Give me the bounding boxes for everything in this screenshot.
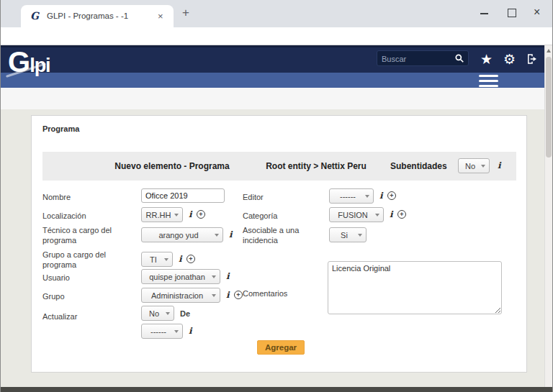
scrollbar-up-arrow[interactable]	[547, 49, 551, 53]
dropdown-caret-icon	[365, 195, 369, 198]
scrollbar-thumb[interactable]	[546, 57, 552, 158]
saved-searches-star-icon[interactable]: ★	[480, 51, 493, 68]
actualizar-info-icon[interactable]: i	[189, 326, 192, 336]
grupo-add-icon[interactable]: +	[234, 291, 243, 299]
logo-rest: lpi	[30, 55, 50, 76]
asociable-value: Si	[341, 231, 348, 240]
page-content: Programa Nuevo elemento - Programa Root …	[1, 109, 544, 387]
glpi-logo[interactable]: Glpi	[8, 46, 50, 78]
editor-dropdown[interactable]: ------	[329, 188, 374, 204]
tecnico-dropdown[interactable]: arango yud	[141, 227, 223, 242]
editor-info-icon[interactable]: i	[379, 191, 383, 201]
entity-path[interactable]: Root entity > Nettix Peru	[258, 161, 374, 171]
dropdown-caret-icon	[174, 330, 179, 333]
usuario-dropdown[interactable]: quispe jonathan	[141, 269, 220, 284]
actualizar-dropdown[interactable]: No	[141, 306, 174, 321]
asociable-label: Asociable a una incidencia	[243, 225, 311, 246]
subentities-dropdown[interactable]: No	[458, 158, 490, 173]
actualizar-de-label: De	[180, 309, 190, 319]
glpi-favicon-icon: G	[30, 10, 39, 22]
grupo-value: Administracion	[151, 291, 203, 300]
editor-label: Editor	[243, 192, 264, 202]
browser-window: G GLPI - Programas - -1 × + × ← → ↻ i lo…	[0, 0, 553, 392]
browser-tab[interactable]: G GLPI - Programas - -1 ×	[21, 5, 174, 27]
grupo-label: Grupo	[42, 291, 65, 301]
dropdown-caret-icon	[212, 275, 216, 278]
search-icon[interactable]	[454, 53, 464, 63]
browser-toolbar: ← → ↻ i localhost/glpi/front/software.fo…	[1, 27, 552, 45]
tab-strip: G GLPI - Programas - -1 × + ×	[1, 0, 552, 27]
tab-close-icon[interactable]: ×	[158, 11, 163, 22]
dropdown-caret-icon	[481, 165, 485, 168]
logo-g: G	[8, 46, 30, 78]
editor-value: ------	[340, 192, 356, 201]
logout-icon[interactable]	[526, 53, 539, 65]
usuario-value: quispe jonathan	[149, 273, 205, 281]
tecnico-label: Técnico a cargo del programa	[42, 225, 116, 246]
tecnico-info-icon[interactable]: i	[229, 229, 233, 240]
categoria-info-icon[interactable]: i	[390, 209, 393, 219]
tecnico-value: arango yud	[158, 231, 198, 240]
usuario-info-icon[interactable]: i	[226, 271, 230, 281]
dropdown-caret-icon	[166, 312, 170, 315]
global-search-input[interactable]	[380, 52, 452, 66]
categoria-label: Categoría	[243, 211, 277, 221]
actualizar-version-dropdown[interactable]: ------	[141, 324, 183, 339]
window-maximize-button[interactable]	[508, 9, 516, 17]
asociable-dropdown[interactable]: Si	[329, 227, 367, 242]
nombre-input[interactable]	[141, 188, 225, 203]
hamburger-menu-icon[interactable]	[479, 75, 498, 87]
editor-add-icon[interactable]: +	[387, 191, 396, 200]
tab-title: GLPI - Programas - -1	[47, 12, 155, 20]
grupo-cargo-info-icon[interactable]: i	[179, 254, 182, 264]
localizacion-label: Localización	[42, 211, 86, 221]
localizacion-value: RR.HH	[146, 211, 171, 219]
usuario-label: Usuario	[42, 273, 70, 283]
global-search-box[interactable]	[377, 50, 469, 66]
window-close-button[interactable]: ×	[534, 6, 540, 19]
settings-gear-icon[interactable]: ⚙	[503, 51, 516, 68]
localizacion-info-icon[interactable]: i	[189, 209, 192, 219]
grupo-info-icon[interactable]: i	[226, 290, 230, 300]
dropdown-caret-icon	[174, 214, 179, 216]
form-section-title: Programa	[42, 124, 79, 133]
comentarios-textarea[interactable]: Licencia Original	[328, 261, 502, 314]
categoria-value: FUSION	[338, 211, 368, 219]
grupo-cargo-value: TI	[150, 255, 157, 264]
agregar-button[interactable]: Agregar	[257, 340, 305, 355]
comentarios-label: Comentarios	[243, 288, 287, 298]
subentities-label: Subentidades	[390, 161, 447, 171]
subentities-info-icon[interactable]: i	[498, 160, 501, 170]
nombre-label: Nombre	[42, 192, 71, 202]
actualizar-version-value: ------	[150, 327, 166, 336]
categoria-add-icon[interactable]: +	[397, 210, 406, 219]
grupo-cargo-dropdown[interactable]: TI	[141, 252, 173, 267]
page-scrollbar[interactable]	[544, 45, 552, 387]
dropdown-caret-icon	[212, 294, 216, 297]
grupo-dropdown[interactable]: Administracion	[141, 288, 220, 303]
window-minimize-button[interactable]	[480, 13, 488, 14]
localizacion-dropdown[interactable]: RR.HH	[141, 207, 183, 222]
program-form-card: Programa Nuevo elemento - Programa Root …	[31, 115, 527, 373]
form-header-bar: Nuevo elemento - Programa Root entity > …	[42, 152, 516, 181]
window-bottom-edge	[1, 387, 552, 392]
dropdown-caret-icon	[164, 258, 168, 261]
breadcrumb: Inicio Inventario Programas + Nettix Per…	[1, 88, 544, 110]
localizacion-add-icon[interactable]: +	[197, 210, 205, 219]
actualizar-value: No	[149, 309, 159, 318]
actualizar-label: Actualizar	[42, 311, 77, 322]
glpi-subheader	[1, 73, 544, 88]
dropdown-caret-icon	[215, 234, 219, 237]
subentities-value: No	[465, 162, 475, 170]
grupo-cargo-add-icon[interactable]: +	[186, 255, 195, 263]
grupo-cargo-label: Grupo a cargo del programa	[42, 250, 116, 270]
new-tab-button[interactable]: +	[182, 6, 189, 20]
dropdown-caret-icon	[375, 214, 379, 216]
dropdown-caret-icon	[358, 234, 362, 237]
categoria-dropdown[interactable]: FUSION	[329, 207, 384, 222]
